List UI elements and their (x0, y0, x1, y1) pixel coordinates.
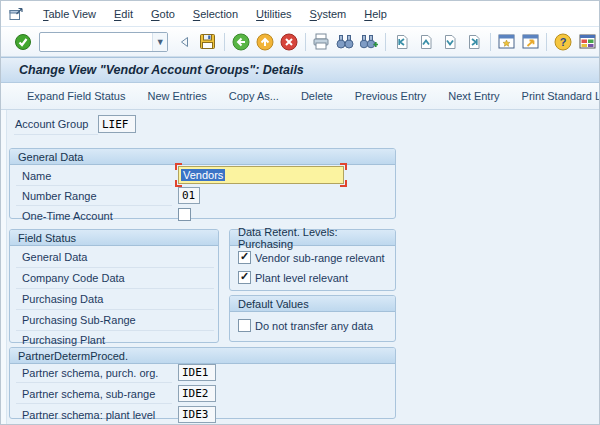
general-data-header: General Data (10, 149, 395, 165)
field-status-item-company-code-data[interactable]: Company Code Data (22, 272, 125, 284)
name-label: Name (22, 170, 51, 182)
row-rule (16, 330, 214, 331)
first-page-icon[interactable] (391, 31, 413, 53)
next-page-icon[interactable] (439, 31, 461, 53)
account-group-field[interactable]: LIEF (98, 115, 136, 133)
expand-field-status-button[interactable]: Expand Field Status (23, 87, 129, 105)
selection-corner (175, 163, 182, 170)
number-range-field[interactable]: 01 (178, 187, 200, 204)
selection-corner (340, 163, 347, 170)
system-menu-icon[interactable] (9, 7, 24, 21)
account-group-label: Account Group (15, 118, 88, 130)
previous-entry-button[interactable]: Previous Entry (351, 87, 431, 105)
command-field[interactable]: ▼ (39, 32, 168, 52)
standard-toolbar: ▼ (1, 27, 599, 57)
find-next-icon[interactable] (358, 31, 380, 53)
do-not-transfer-checkbox[interactable] (238, 319, 251, 332)
menu-system[interactable]: System (301, 5, 356, 23)
row-rule (16, 185, 172, 186)
command-dropdown-icon[interactable]: ▼ (152, 33, 167, 51)
plant-level-label: Plant level relevant (255, 272, 348, 284)
application-toolbar: Expand Field Status New Entries Copy As.… (1, 83, 599, 110)
field-status-item-purchasing-plant[interactable]: Purchasing Plant (22, 334, 105, 346)
partner-plant-level-label: Partner schema: plant level (22, 409, 155, 421)
enter-icon[interactable] (12, 31, 34, 53)
row-rule (16, 267, 214, 268)
menu-utilities[interactable]: Utilities (247, 5, 300, 23)
default-values-group: Default Values Do not transfer any data (229, 295, 396, 342)
title-bar: Change View "Vendor Account Groups": Det… (1, 57, 599, 83)
svg-text:?: ? (560, 36, 567, 48)
new-entries-button[interactable]: New Entries (143, 87, 210, 105)
delete-button[interactable]: Delete (297, 87, 337, 105)
command-input[interactable] (40, 34, 152, 50)
name-field[interactable]: Vendors (178, 166, 344, 184)
content-area: Account Group LIEF General Data Name Ven… (1, 110, 599, 424)
menu-bar: Table View Edit Goto Selection Utilities… (1, 1, 599, 27)
row-rule (16, 205, 172, 206)
field-status-item-general-data[interactable]: General Data (22, 251, 87, 263)
left-margin-strip (1, 110, 7, 424)
collapse-icon[interactable] (173, 31, 195, 53)
copy-as-button[interactable]: Copy As... (225, 87, 283, 105)
group-title: Data Retent. Levels: Purchasing (238, 226, 395, 250)
partner-determ-header: PartnerDetermProced. (10, 348, 395, 364)
row-rule (16, 309, 214, 310)
partner-determ-group: PartnerDetermProced. Partner schema, pur… (9, 347, 396, 419)
last-page-icon[interactable] (463, 31, 485, 53)
toolbar-separator (224, 33, 225, 51)
do-not-transfer-label: Do not transfer any data (255, 320, 373, 332)
field-status-item-purchasing-data[interactable]: Purchasing Data (22, 293, 103, 305)
vendor-sub-range-label: Vendor sub-range relevant (255, 252, 385, 264)
plant-level-checkbox[interactable] (238, 271, 251, 284)
print-icon[interactable] (311, 31, 333, 53)
new-session-icon[interactable] (496, 31, 518, 53)
menu-edit[interactable]: Edit (105, 5, 142, 23)
group-title: General Data (18, 151, 83, 163)
default-values-header: Default Values (230, 296, 395, 312)
row-rule (16, 403, 172, 404)
menu-goto[interactable]: Goto (142, 5, 184, 23)
one-time-account-checkbox[interactable] (178, 208, 191, 221)
back-icon[interactable] (230, 31, 252, 53)
data-retention-header: Data Retent. Levels: Purchasing (230, 230, 395, 246)
field-status-header: Field Status (10, 230, 218, 246)
toolbar-separator (490, 33, 491, 51)
toolbar-separator (546, 33, 547, 51)
toolbar-separator (305, 33, 306, 51)
exit-icon[interactable] (254, 31, 276, 53)
customize-layout-icon[interactable] (576, 31, 598, 53)
menu-help[interactable]: Help (355, 5, 396, 23)
menu-table-view[interactable]: Table View (34, 5, 105, 23)
selection-corner (340, 180, 347, 187)
menu-selection[interactable]: Selection (184, 5, 247, 23)
cancel-icon[interactable] (278, 31, 300, 53)
create-shortcut-icon[interactable] (520, 31, 542, 53)
sap-gui-window: Table View Edit Goto Selection Utilities… (0, 0, 600, 425)
row-rule (14, 134, 98, 135)
general-data-group: General Data Name Vendors Number Range 0… (9, 148, 396, 219)
page-title: Change View "Vendor Account Groups": Det… (19, 63, 304, 77)
print-standard-list-button[interactable]: Print Standard List (518, 87, 600, 105)
data-retention-group: Data Retent. Levels: Purchasing Vendor s… (229, 229, 396, 291)
partner-purch-org-field[interactable]: IDE1 (178, 364, 216, 381)
partner-purch-org-label: Partner schema, purch. org. (22, 367, 158, 379)
partner-plant-level-field[interactable]: IDE3 (178, 406, 216, 423)
toolbar-separator (385, 33, 386, 51)
partner-sub-range-field[interactable]: IDE2 (178, 385, 216, 402)
vendor-sub-range-checkbox[interactable] (238, 251, 251, 264)
save-icon[interactable] (197, 31, 219, 53)
help-icon[interactable]: ? (552, 31, 574, 53)
field-status-group: Field Status General Data Company Code D… (9, 229, 219, 343)
selection-corner (175, 180, 182, 187)
group-title: Field Status (18, 232, 76, 244)
name-field-selected-text: Vendors (181, 169, 225, 181)
find-icon[interactable] (334, 31, 356, 53)
field-status-item-purchasing-sub-range[interactable]: Purchasing Sub-Range (22, 314, 136, 326)
row-rule (16, 382, 172, 383)
group-title: PartnerDetermProced. (18, 350, 128, 362)
next-entry-button[interactable]: Next Entry (444, 87, 503, 105)
row-rule (16, 288, 214, 289)
previous-page-icon[interactable] (415, 31, 437, 53)
one-time-account-label: One-Time Account (22, 210, 113, 222)
